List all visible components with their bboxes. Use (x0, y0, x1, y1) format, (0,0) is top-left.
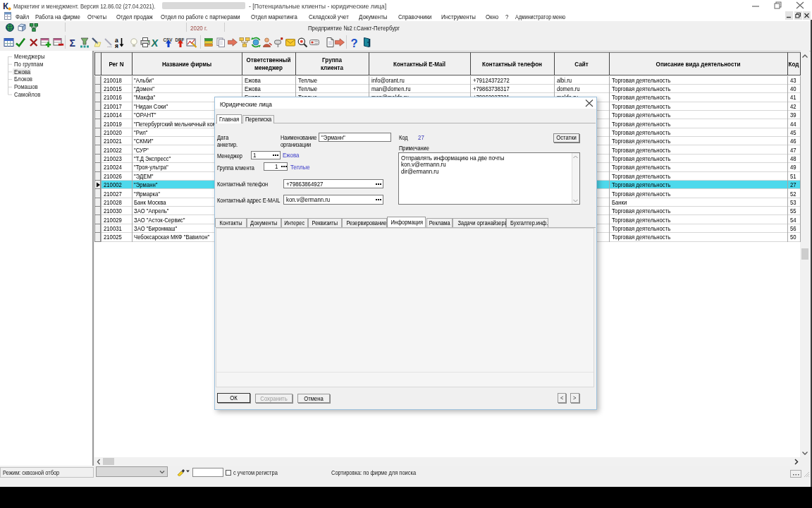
svg-text:Σ: Σ (70, 37, 75, 49)
svg-text:?: ? (351, 37, 358, 48)
svg-text:...: ... (107, 42, 112, 48)
svg-text:X: X (151, 37, 159, 48)
svg-text:я: я (115, 42, 118, 49)
svg-text:К: К (3, 1, 8, 11)
